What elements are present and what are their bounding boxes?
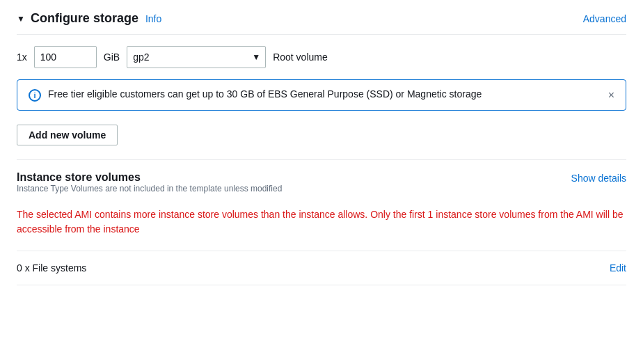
close-banner-button[interactable]: × <box>608 89 614 102</box>
info-banner-message: Free tier eligible customers can get up … <box>48 88 482 100</box>
section-header-left: ▼ Configure storage Info <box>17 11 161 26</box>
info-banner: i Free tier eligible customers can get u… <box>17 79 626 111</box>
add-new-volume-button[interactable]: Add new volume <box>17 125 118 145</box>
show-details-link[interactable]: Show details <box>571 171 626 184</box>
file-systems-row: 0 x File systems Edit <box>17 262 626 274</box>
volume-type-select[interactable]: gp2 gp3 io1 io2 st1 sc1 standard <box>127 46 266 68</box>
edit-file-systems-link[interactable]: Edit <box>610 262 626 274</box>
instance-store-subtitle: Instance Type Volumes are not included i… <box>17 184 282 193</box>
divider-1 <box>17 159 626 160</box>
advanced-link[interactable]: Advanced <box>583 13 626 24</box>
volume-type-select-wrapper: gp2 gp3 io1 io2 st1 sc1 standard ▼ <box>127 46 266 68</box>
configure-storage-section: ▼ Configure storage Info Advanced 1x GiB… <box>0 0 643 296</box>
divider-2 <box>17 251 626 251</box>
instance-store-warning: The selected AMI contains more instance … <box>17 207 626 237</box>
file-systems-label: 0 x File systems <box>17 262 86 274</box>
collapse-icon[interactable]: ▼ <box>17 14 25 24</box>
multiplier-label: 1x <box>17 52 27 63</box>
info-banner-content: i Free tier eligible customers can get u… <box>29 88 482 102</box>
root-volume-label: Root volume <box>273 52 328 63</box>
instance-store-title-group: Instance store volumes Instance Type Vol… <box>17 171 282 205</box>
instance-store-header: Instance store volumes Instance Type Vol… <box>17 171 626 205</box>
section-header: ▼ Configure storage Info Advanced <box>17 11 626 35</box>
section-title: ▼ Configure storage <box>17 11 138 26</box>
divider-3 <box>17 285 626 285</box>
info-circle-icon: i <box>29 89 41 102</box>
section-title-text: Configure storage <box>31 11 138 26</box>
storage-size-input[interactable] <box>34 46 97 68</box>
instance-store-title: Instance store volumes <box>17 171 282 184</box>
info-link[interactable]: Info <box>145 13 161 24</box>
size-unit-label: GiB <box>104 52 120 63</box>
storage-row: 1x GiB gp2 gp3 io1 io2 st1 sc1 standard … <box>17 46 626 68</box>
